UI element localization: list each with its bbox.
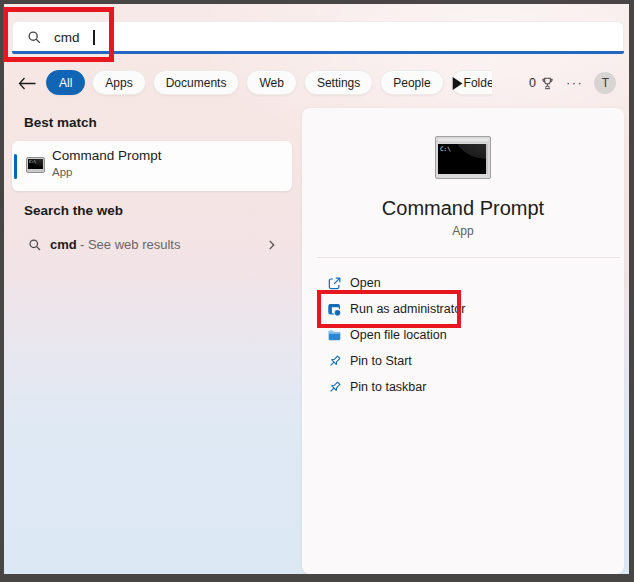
action-label: Pin to taskbar <box>350 380 426 394</box>
action-label: Open file location <box>350 328 447 342</box>
open-external-icon <box>326 275 342 291</box>
rewards-count: 0 <box>529 76 536 90</box>
web-query-suffix: - See web results <box>80 237 180 252</box>
app-title: Command Prompt <box>302 197 624 220</box>
avatar[interactable]: T <box>594 72 616 94</box>
tab-documents[interactable]: Documents <box>153 70 240 95</box>
pin-icon <box>326 353 342 369</box>
highlight-box-run-admin <box>317 290 461 328</box>
pin-icon <box>326 379 342 395</box>
tab-apps[interactable]: Apps <box>92 70 145 95</box>
search-icon <box>28 238 42 252</box>
action-pin-to-taskbar[interactable]: Pin to taskbar <box>316 374 606 400</box>
selection-accent-bar <box>14 154 17 179</box>
rewards-icon <box>540 76 555 91</box>
command-prompt-icon-large <box>435 136 491 179</box>
divider <box>317 257 620 258</box>
app-subtitle: App <box>302 224 624 238</box>
command-prompt-icon <box>26 157 45 173</box>
back-button[interactable] <box>17 74 37 92</box>
web-search-header: Search the web <box>24 203 123 218</box>
best-match-header: Best match <box>24 115 97 130</box>
action-label: Pin to Start <box>350 354 412 368</box>
folder-icon <box>326 327 342 343</box>
more-options-button[interactable]: ··· <box>566 78 584 88</box>
web-search-result[interactable]: cmd - See web results <box>12 231 292 259</box>
tab-all[interactable]: All <box>46 70 85 95</box>
filter-tabs: All Apps Documents Web Settings People F… <box>46 70 492 95</box>
web-query: cmd <box>50 237 77 252</box>
action-pin-to-start[interactable]: Pin to Start <box>316 348 606 374</box>
result-title: Command Prompt <box>52 148 162 163</box>
highlight-box-search <box>3 7 114 62</box>
best-match-result[interactable]: Command Prompt App <box>12 141 292 191</box>
action-label: Open <box>350 276 381 290</box>
back-arrow-icon <box>18 77 36 90</box>
tabs-overflow-button[interactable] <box>451 77 463 90</box>
play-icon <box>451 77 463 90</box>
rewards-button[interactable]: 0 <box>529 76 555 91</box>
tab-settings[interactable]: Settings <box>304 70 373 95</box>
result-subtitle: App <box>52 166 72 178</box>
tab-people[interactable]: People <box>380 70 443 95</box>
tab-web[interactable]: Web <box>246 70 296 95</box>
chevron-right-icon <box>266 239 277 251</box>
